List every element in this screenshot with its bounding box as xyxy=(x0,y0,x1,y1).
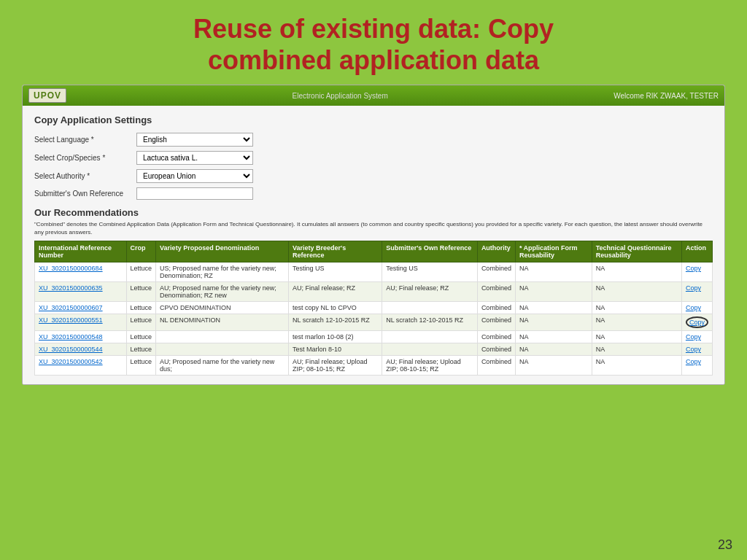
copy-link[interactable]: Copy xyxy=(686,265,701,272)
authority-cell: Combined xyxy=(477,343,515,356)
tech-quest-cell: NA xyxy=(592,302,681,314)
copy-link[interactable]: Copy xyxy=(686,333,701,341)
col-header-breeder-ref: Variety Breeder's Reference xyxy=(289,241,382,262)
table-header-row: International Reference Number Crop Vari… xyxy=(35,241,713,262)
app-form-cell: NA xyxy=(515,343,592,356)
breeder-ref-cell: Testing US xyxy=(289,262,382,282)
ref-number-link[interactable]: XU_30201500000542 xyxy=(39,358,103,365)
own-ref-cell xyxy=(382,302,478,314)
app-form-cell: NA xyxy=(515,282,592,302)
col-header-ref: International Reference Number xyxy=(35,241,127,262)
authority-row: Select Authority * European Union xyxy=(34,169,713,183)
table-row: XU_30201500000684LettuceUS; Proposed nam… xyxy=(35,262,713,282)
own-ref-input[interactable] xyxy=(136,187,253,200)
action-cell: Copy xyxy=(681,314,712,331)
copy-link[interactable]: Copy xyxy=(686,316,708,328)
crop-cell: Lettuce xyxy=(126,331,156,343)
denomination-cell: CPVO DENOMINATION xyxy=(156,302,289,314)
recommendations-note: "Combined" denotes the Combined Applicat… xyxy=(34,221,713,236)
crop-cell: Lettuce xyxy=(126,262,156,282)
copy-link[interactable]: Copy xyxy=(686,346,701,353)
crop-label: Select Crop/Species * xyxy=(34,154,136,162)
authority-cell: Combined xyxy=(477,302,515,314)
recommendations-table: International Reference Number Crop Vari… xyxy=(34,241,713,376)
breeder-ref-cell: AU; Final release; RZ xyxy=(289,282,382,302)
language-row: Select Language * English xyxy=(34,133,713,147)
table-row: XU_30201500000607LettuceCPVO DENOMINATIO… xyxy=(35,302,713,314)
copy-link[interactable]: Copy xyxy=(686,304,701,311)
denomination-cell: AU; Proposed name for the variety new du… xyxy=(156,356,289,376)
tech-quest-cell: NA xyxy=(592,331,681,343)
col-header-action: Action xyxy=(681,241,712,262)
action-cell: Copy xyxy=(681,331,712,343)
tech-quest-cell: NA xyxy=(592,282,681,302)
breeder-ref-cell: AU; Final release; Upload ZIP; 08-10-15;… xyxy=(289,356,382,376)
browser-app-title: Electronic Application System xyxy=(66,92,614,100)
ref-number-link[interactable]: XU_30201500000548 xyxy=(39,333,103,341)
table-row: XU_30201500000544LettuceTest Marlon 8-10… xyxy=(35,343,713,356)
authority-cell: Combined xyxy=(477,356,515,376)
copy-link[interactable]: Copy xyxy=(686,284,701,292)
authority-select[interactable]: European Union xyxy=(136,169,253,183)
ref-number-link[interactable]: XU_30201500000551 xyxy=(39,316,103,324)
denomination-cell: NL DENOMINATION xyxy=(156,314,289,331)
ref-number-link[interactable]: XU_30201500000684 xyxy=(39,265,103,272)
crop-row: Select Crop/Species * Lactuca sativa L. xyxy=(34,151,713,165)
own-ref-row: Submitter's Own Reference xyxy=(34,187,713,200)
action-cell: Copy xyxy=(681,302,712,314)
crop-cell: Lettuce xyxy=(126,356,156,376)
denomination-cell: US; Proposed name for the variety new; D… xyxy=(156,262,289,282)
action-cell: Copy xyxy=(681,356,712,376)
own-ref-cell xyxy=(382,331,478,343)
table-row: XU_30201500000551LettuceNL DENOMINATIONN… xyxy=(35,314,713,331)
action-cell: Copy xyxy=(681,282,712,302)
breeder-ref-cell: NL scratch 12-10-2015 RZ xyxy=(289,314,382,331)
table-row: XU_30201500000542LettuceAU; Proposed nam… xyxy=(35,356,713,376)
authority-label: Select Authority * xyxy=(34,172,136,180)
table-row: XU_30201500000635LettuceAU; Proposed nam… xyxy=(35,282,713,302)
ref-number-link[interactable]: XU_30201500000635 xyxy=(39,284,103,292)
upov-logo: UPOV xyxy=(28,88,66,103)
col-header-own-ref: Submitter's Own Reference xyxy=(382,241,478,262)
crop-cell: Lettuce xyxy=(126,314,156,331)
language-select[interactable]: English xyxy=(136,133,253,147)
browser-welcome: Welcome RIK ZWAAK, TESTER xyxy=(614,92,719,100)
recommendations-title: Our Recommendations xyxy=(34,207,713,218)
authority-cell: Combined xyxy=(477,314,515,331)
own-ref-label: Submitter's Own Reference xyxy=(34,190,136,198)
app-form-cell: NA xyxy=(515,356,592,376)
own-ref-cell: AU; Final release; RZ xyxy=(382,282,478,302)
denomination-cell: AU; Proposed name for the variety new; D… xyxy=(156,282,289,302)
ref-number-link[interactable]: XU_30201500000544 xyxy=(39,346,103,353)
slide-title: Reuse of existing data: Copy combined ap… xyxy=(0,0,747,85)
slide-number: 23 xyxy=(718,537,732,553)
own-ref-cell: AU; Final release; Upload ZIP; 08-10-15;… xyxy=(382,356,478,376)
action-cell: Copy xyxy=(681,262,712,282)
own-ref-cell xyxy=(382,343,478,356)
table-row: XU_30201500000548Lettucetest marlon 10-0… xyxy=(35,331,713,343)
crop-cell: Lettuce xyxy=(126,343,156,356)
authority-cell: Combined xyxy=(477,282,515,302)
action-cell: Copy xyxy=(681,343,712,356)
content-area: Copy Application Settings Select Languag… xyxy=(23,106,724,384)
crop-select[interactable]: Lactuca sativa L. xyxy=(136,151,253,165)
crop-cell: Lettuce xyxy=(126,282,156,302)
tech-quest-cell: NA xyxy=(592,314,681,331)
col-header-crop: Crop xyxy=(126,241,156,262)
app-form-cell: NA xyxy=(515,331,592,343)
ref-number-link[interactable]: XU_30201500000607 xyxy=(39,304,103,311)
crop-cell: Lettuce xyxy=(126,302,156,314)
language-label: Select Language * xyxy=(34,136,136,144)
col-header-denomination: Variety Proposed Denomination xyxy=(156,241,289,262)
own-ref-cell: Testing US xyxy=(382,262,478,282)
denomination-cell xyxy=(156,343,289,356)
copy-link[interactable]: Copy xyxy=(686,358,701,365)
app-form-cell: NA xyxy=(515,262,592,282)
denomination-cell xyxy=(156,331,289,343)
breeder-ref-cell: test copy NL to CPVO xyxy=(289,302,382,314)
tech-quest-cell: NA xyxy=(592,343,681,356)
own-ref-cell: NL scratch 12-10-2015 RZ xyxy=(382,314,478,331)
col-header-app-form: * Application Form Reusability xyxy=(515,241,592,262)
app-form-cell: NA xyxy=(515,314,592,331)
browser-window: UPOV Electronic Application System Welco… xyxy=(22,85,725,385)
